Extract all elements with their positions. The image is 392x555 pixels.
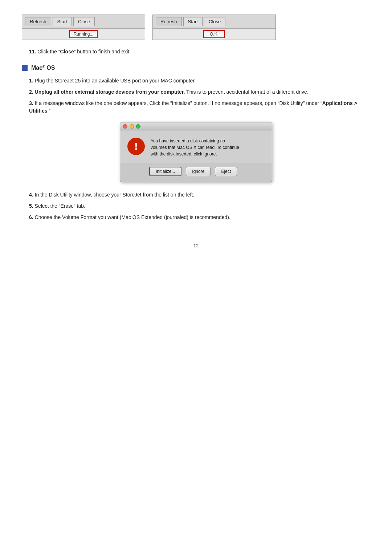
refresh-button-right[interactable]: Refresh xyxy=(156,17,182,26)
mac-dialog-line2: volumes that Mac OS X can read. To conti… xyxy=(151,145,239,150)
step-item-5: 5. Select the “Erase” tab. xyxy=(29,202,370,210)
toolbar-screenshots-row: Refresh Start Close Running... Refresh S… xyxy=(22,15,370,40)
step-item-3: 3. If a message windows like the one bel… xyxy=(29,100,370,115)
step-6-text: Choose the Volume Format you want (Mac O… xyxy=(35,214,230,220)
mac-dialog-line1: You have inserted a disk containing no xyxy=(151,138,225,143)
warning-icon: ! xyxy=(127,138,145,155)
step-11-close-bold: Close xyxy=(60,49,74,54)
step-item-4: 4. In the Disk Utility window, choose yo… xyxy=(29,191,370,199)
step-3-text: If a message windows like the one below … xyxy=(29,100,357,114)
step-2-normal-text: This is to prevent accidental format of … xyxy=(186,89,309,95)
toolbar-right-buttons: Refresh Start Close xyxy=(153,15,275,29)
step-4-text: In the Disk Utility window, choose your … xyxy=(35,192,195,198)
mac-dialog-body: ! You have inserted a disk containing no… xyxy=(120,130,272,163)
toolbar-left-buttons: Refresh Start Close xyxy=(22,15,145,29)
mac-dialog-message: You have inserted a disk containing no v… xyxy=(151,138,239,157)
start-button-left[interactable]: Start xyxy=(53,17,72,26)
close-button-left[interactable]: Close xyxy=(73,17,95,26)
running-status: Running... xyxy=(69,30,98,38)
ok-status: O.K. xyxy=(203,30,225,38)
start-button-right[interactable]: Start xyxy=(183,17,203,26)
step-11-suffix: ” button to finish and exit. xyxy=(74,49,131,54)
mac-steps-list: 1. Plug the StoreJet 25 into an availabl… xyxy=(29,77,370,115)
step-4-num: 4. xyxy=(29,192,33,198)
step-item-1: 1. Plug the StoreJet 25 into an availabl… xyxy=(29,77,370,85)
step-2-num: 2. xyxy=(29,89,33,95)
step-1-num: 1. xyxy=(29,78,33,84)
step-2-bold-text: Unplug all other external storage device… xyxy=(35,89,185,95)
initialize-button[interactable]: Initialize... xyxy=(149,167,181,176)
close-button-right[interactable]: Close xyxy=(204,17,225,26)
mac-steps-after-dialog: 4. In the Disk Utility window, choose yo… xyxy=(29,191,370,221)
eject-button[interactable]: Eject xyxy=(215,167,237,176)
mac-zoom-dot xyxy=(136,124,140,129)
toolbar-left-status-row: Running... xyxy=(22,29,145,40)
step-item-2: 2. Unplug all other external storage dev… xyxy=(29,88,370,96)
ignore-button[interactable]: Ignore xyxy=(186,167,211,176)
mac-dialog-container: ! You have inserted a disk containing no… xyxy=(22,122,370,182)
mac-dialog-titlebar xyxy=(120,122,272,130)
mac-dialog-line3: with the disk inserted, click Ignore. xyxy=(151,151,217,157)
toolbar-right: Refresh Start Close O.K. xyxy=(152,15,276,40)
step-11-text: 11. Click the “Close” button to finish a… xyxy=(29,49,370,54)
mac-os-heading: Mac® OS xyxy=(22,65,370,71)
warning-circle: ! xyxy=(127,138,145,155)
mac-dialog-buttons: Initialize... Ignore Eject xyxy=(120,163,272,182)
step-item-6: 6. Choose the Volume Format you want (Ma… xyxy=(29,214,370,221)
step-5-text: Select the “Erase” tab. xyxy=(35,203,85,209)
step-11-num: 11. xyxy=(29,49,36,54)
page-number: 12 xyxy=(22,243,370,248)
step-3-bold-inline: Applications > Utilities xyxy=(29,100,357,114)
mac-os-title: Mac® OS xyxy=(31,65,55,71)
toolbar-right-status-row: O.K. xyxy=(153,29,275,40)
step-5-num: 5. xyxy=(29,203,33,209)
step-11-prefix: Click the “ xyxy=(37,49,60,54)
step-3-num: 3. xyxy=(29,100,33,106)
mac-dialog: ! You have inserted a disk containing no… xyxy=(120,122,272,182)
blue-rect-icon xyxy=(22,65,28,71)
mac-close-dot xyxy=(123,124,127,129)
refresh-button-left[interactable]: Refresh xyxy=(25,17,51,26)
toolbar-left: Refresh Start Close Running... xyxy=(22,15,145,40)
step-1-text: Plug the StoreJet 25 into an available U… xyxy=(35,78,196,84)
step-6-num: 6. xyxy=(29,214,33,220)
mac-minimize-dot xyxy=(130,124,134,129)
